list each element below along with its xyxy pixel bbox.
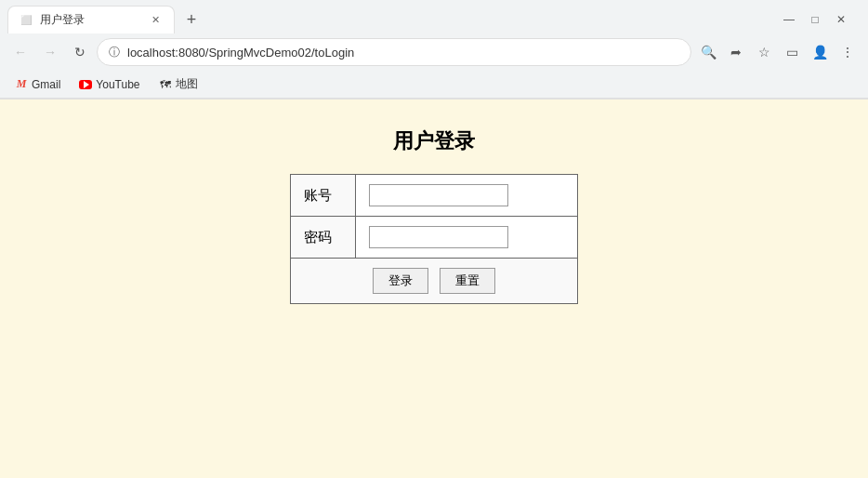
share-icon[interactable]: ➦ xyxy=(723,39,749,65)
login-button[interactable]: 登录 xyxy=(373,268,428,294)
menu-icon[interactable]: ⋮ xyxy=(835,39,861,65)
password-input-cell xyxy=(356,217,578,259)
button-cell: 登录 重置 xyxy=(291,259,578,304)
tab-favicon: ⬜ xyxy=(20,14,33,27)
profile-icon[interactable]: 👤 xyxy=(807,39,833,65)
address-bar[interactable]: ⓘ localhost:8080/SpringMvcDemo02/toLogin xyxy=(97,38,691,66)
tab-title: 用户登录 xyxy=(40,12,140,28)
bookmark-youtube[interactable]: YouTube xyxy=(72,75,147,94)
password-row: 密码 xyxy=(291,217,578,259)
url-text: localhost:8080/SpringMvcDemo02/toLogin xyxy=(127,46,679,60)
password-input[interactable] xyxy=(369,226,508,248)
account-input-cell xyxy=(356,175,578,217)
bookmarks-bar: M Gmail YouTube 🗺 地图 xyxy=(0,71,868,99)
maximize-button[interactable]: □ xyxy=(803,7,827,32)
reset-button[interactable]: 重置 xyxy=(440,268,495,294)
button-row: 登录 重置 xyxy=(291,259,578,304)
reload-button[interactable]: ↻ xyxy=(67,39,93,65)
bookmark-star-icon[interactable]: ☆ xyxy=(751,39,777,65)
password-label: 密码 xyxy=(291,217,356,259)
address-bar-row: ← → ↻ ⓘ localhost:8080/SpringMvcDemo02/t… xyxy=(0,33,868,71)
account-input[interactable] xyxy=(369,184,508,206)
account-row: 账号 xyxy=(291,175,578,217)
maps-favicon: 🗺 xyxy=(159,78,172,91)
bookmark-youtube-label: YouTube xyxy=(96,78,139,91)
window-controls: — □ ✕ xyxy=(777,7,861,32)
active-tab[interactable]: ⬜ 用户登录 ✕ xyxy=(7,6,175,33)
page-title: 用户登录 xyxy=(393,127,475,155)
bookmark-gmail[interactable]: M Gmail xyxy=(7,75,68,94)
new-tab-button[interactable]: + xyxy=(178,7,204,33)
gmail-favicon: M xyxy=(15,78,28,91)
youtube-favicon xyxy=(79,78,92,91)
bookmark-gmail-label: Gmail xyxy=(32,78,60,91)
security-icon: ⓘ xyxy=(109,45,120,60)
tab-close-button[interactable]: ✕ xyxy=(148,13,163,28)
back-button[interactable]: ← xyxy=(7,39,33,65)
browser-chrome: ⬜ 用户登录 ✕ + — □ ✕ ← → ↻ ⓘ localhost:8080/… xyxy=(0,0,868,100)
tab-switcher-icon[interactable]: ▭ xyxy=(779,39,805,65)
bookmark-maps[interactable]: 🗺 地图 xyxy=(151,73,205,95)
tab-bar: ⬜ 用户登录 ✕ + — □ ✕ xyxy=(0,0,868,33)
search-icon[interactable]: 🔍 xyxy=(695,39,721,65)
account-label: 账号 xyxy=(291,175,356,217)
close-button[interactable]: ✕ xyxy=(829,7,853,32)
page-content: 用户登录 账号 密码 登录 重置 xyxy=(0,100,868,478)
login-form-table: 账号 密码 登录 重置 xyxy=(290,174,578,304)
toolbar-icons: 🔍 ➦ ☆ ▭ 👤 ⋮ xyxy=(695,39,861,65)
minimize-button[interactable]: — xyxy=(777,7,801,32)
bookmark-maps-label: 地图 xyxy=(176,76,198,92)
forward-button[interactable]: → xyxy=(37,39,63,65)
